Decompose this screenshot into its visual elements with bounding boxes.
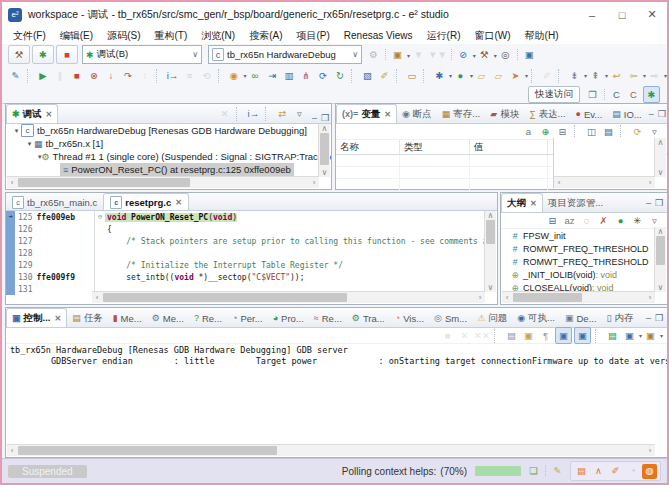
menu-item-4[interactable]: 浏览(N) [194,29,242,43]
chevron-down-icon[interactable]: ▾ [660,332,663,339]
reload-target-icon[interactable]: ⟳ [315,68,330,83]
tab-variables[interactable]: (x)=变量 [336,104,397,123]
tab-outline[interactable]: 大纲 [501,193,543,212]
fork-trace-icon[interactable]: ⋔ [298,68,313,83]
remove-all-launches-icon[interactable]: ✕✕ [474,328,490,343]
view-menu-icon[interactable]: ▿ [292,106,307,121]
maximize-button[interactable]: □ [607,2,637,27]
editor-tab-tb-rx65n-main-c[interactable]: tb_rx65n_main.c [6,194,103,210]
user-manual-icon[interactable]: ▤ [574,464,589,479]
menu-item-8[interactable]: 运行(R) [420,29,468,43]
tab-realtime-chart[interactable]: ?Re... [189,309,227,327]
load-symbols-icon[interactable]: ⇄ [275,106,290,121]
close-icon[interactable] [54,314,61,323]
menu-item-5[interactable]: 搜索(A) [242,29,289,43]
chevron-down-icon[interactable]: ▾ [449,72,452,79]
scroll-left-icon[interactable]: ‹ [554,178,564,187]
tab-project-explorer[interactable]: 项目资源管... [543,194,608,212]
tab-profile[interactable]: ◕Pro... [268,309,309,327]
forward-history-icon[interactable]: ⇨ [647,68,662,83]
new-wizard-icon[interactable]: ▣ [390,47,405,62]
close-icon[interactable] [46,110,53,119]
breakpoint-types-icon[interactable]: ◉ [226,68,241,83]
connect-pointer-icon[interactable]: ✎ [8,68,23,83]
terminate-top-icon[interactable]: ■ [56,45,78,64]
debug-launch-icon[interactable]: ✱ [432,68,447,83]
tab-expressions[interactable]: ∑表达... [524,105,570,123]
debug-vscrollbar[interactable]: ∧ ∨ [318,124,330,177]
refresh-vars-icon[interactable]: ⟳ [630,124,645,139]
column-header-2[interactable]: 值 [470,140,548,154]
outline-hscrollbar[interactable]: ‹ › [502,291,655,303]
rss-news-icon[interactable]: ◍ [642,464,657,479]
debug-bug-icon[interactable]: ✱ [32,45,54,64]
show-on-output-icon[interactable]: ▣ [574,327,591,344]
open-console-icon[interactable]: ▣ [622,328,637,343]
run-to-line-icon[interactable]: ⇥ [264,68,279,83]
tab-io-registers[interactable]: ▤IO... [607,105,646,123]
tab-console[interactable]: ▣控制... [6,308,67,327]
renesas-perspective-icon[interactable]: C [626,87,641,102]
quick-access-button[interactable]: 快速访问 [528,86,580,103]
detail-vscrollbar[interactable]: ∧ ∨ [654,138,666,177]
feedback-pencil-icon[interactable]: ✐ [608,464,623,479]
build-all-icon[interactable]: ⚒ [477,47,492,62]
expander-icon[interactable]: ▾ [25,140,34,148]
word-wrap-icon[interactable]: ¶ [538,328,553,343]
tab-smart-browser[interactable]: ◎Sm... [429,309,472,327]
outline-item-2[interactable]: #ROMWT_FREQ_THRESHOLD [501,255,667,268]
tab-problems[interactable]: ⚠问题 [472,309,512,327]
scroll-down-icon[interactable]: ∨ [656,168,666,177]
editor-hscrollbar[interactable]: ‹ › [92,291,485,303]
tab-memory[interactable]: ▯内存 [602,309,639,327]
hide-fields-icon[interactable]: ◌ [579,213,594,228]
scroll-up-icon[interactable]: ∧ [656,227,666,236]
tab-debug[interactable]: ✱ 调试 [6,104,58,123]
debug-tree-node-3[interactable]: ≡PowerON_Reset_PC() at resetprg.c:125 0x… [6,163,331,176]
cpp-perspective-icon[interactable]: C [609,87,624,102]
run-launch-icon[interactable]: ● [453,68,468,83]
step-over-icon[interactable]: ↷ [120,68,135,83]
chevron-down-icon[interactable]: ▾ [494,53,497,59]
resume-icon[interactable]: ▶ [35,68,50,83]
menu-item-1[interactable]: 编辑(E) [53,29,100,43]
smart-manual-icon[interactable]: ✎ [550,464,565,479]
close-button[interactable]: ✕ [637,2,667,27]
scroll-left-icon[interactable]: ‹ [7,446,17,455]
collapse-all-vars-icon[interactable]: ⊟ [555,124,570,139]
hide-inactive-icon[interactable]: ✳ [630,213,645,228]
launch-config-combo[interactable]: tb_rx65n HardwareDebug [208,45,362,64]
remove-all-terminated-icon[interactable]: ✕ [217,106,232,121]
launch-rocket-icon[interactable]: ➤ [508,68,523,83]
menu-item-6[interactable]: 项目(P) [289,29,336,43]
maximize-view-icon[interactable]: ❒ [655,198,663,208]
save-all-icon[interactable]: ▼▼ [428,47,447,62]
code-line-128[interactable]: 128 [6,247,497,259]
remove-launch-icon[interactable]: ✕ [457,328,472,343]
debug-hscrollbar[interactable]: ‹ › [7,176,319,188]
minimize-view-icon[interactable]: – [312,113,317,123]
debug-tree-node-0[interactable]: ▾ctb_rx65n HardwareDebug [Renesas GDB Ha… [6,124,331,137]
display-selected-console-icon[interactable]: ▤ [605,328,620,343]
code-line-126[interactable]: 126{ [6,223,497,235]
terminate-icon[interactable]: ■ [69,68,84,83]
view-menu-icon[interactable]: ▿ [647,124,662,139]
minimize-view-icon[interactable]: – [649,109,654,119]
tab-debugger-console[interactable]: ▣De... [560,309,602,327]
open-folder-1-icon[interactable]: ▱ [474,68,489,83]
layout-vertical-icon[interactable]: ◫ [584,124,599,139]
step-return-icon[interactable]: ↑ [137,68,152,83]
console-hscrollbar[interactable]: ‹ › [7,444,655,456]
scroll-left-icon[interactable]: ‹ [92,293,102,302]
chevron-down-icon[interactable]: ▾ [639,332,642,339]
learning-icon[interactable]: ∧ [591,464,606,479]
restart-icon[interactable]: ⟲ [199,68,214,83]
tab-visual-expression[interactable]: ◔Vis... [390,309,429,327]
chevron-down-icon[interactable]: ▾ [664,72,667,79]
skip-all-breakpoints-icon[interactable]: ⊘ [456,47,471,62]
menu-item-0[interactable]: 文件(F) [6,29,53,43]
layout-horizontal-icon[interactable]: ▤ [601,124,616,139]
chevron-down-icon[interactable]: ▾ [605,72,608,79]
column-header-1[interactable]: 类型 [400,140,470,154]
pin-tool-icon[interactable]: ▭ [404,68,419,83]
